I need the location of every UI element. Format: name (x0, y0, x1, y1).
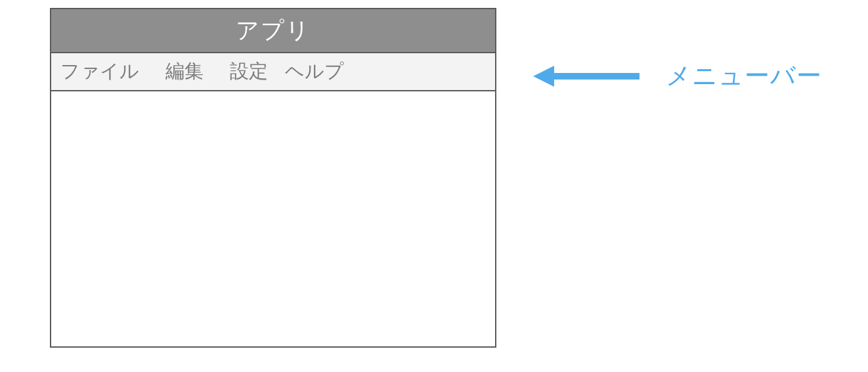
menu-item-file[interactable]: ファイル (60, 58, 139, 85)
content-area (51, 91, 495, 346)
app-window: アプリ ファイル 編集 設定 ヘルプ (50, 8, 496, 348)
annotation-label: メニューバー (666, 59, 822, 93)
menu-item-help[interactable]: ヘルプ (285, 58, 344, 85)
svg-marker-1 (533, 66, 554, 87)
menu-item-edit[interactable]: 編集 (165, 58, 204, 85)
annotation: メニューバー (531, 59, 822, 93)
arrow-left-icon (531, 60, 642, 92)
window-title: アプリ (236, 15, 311, 46)
title-bar: アプリ (51, 9, 495, 52)
menu-item-settings[interactable]: 設定 (230, 58, 268, 85)
menu-bar: ファイル 編集 設定 ヘルプ (51, 52, 495, 91)
